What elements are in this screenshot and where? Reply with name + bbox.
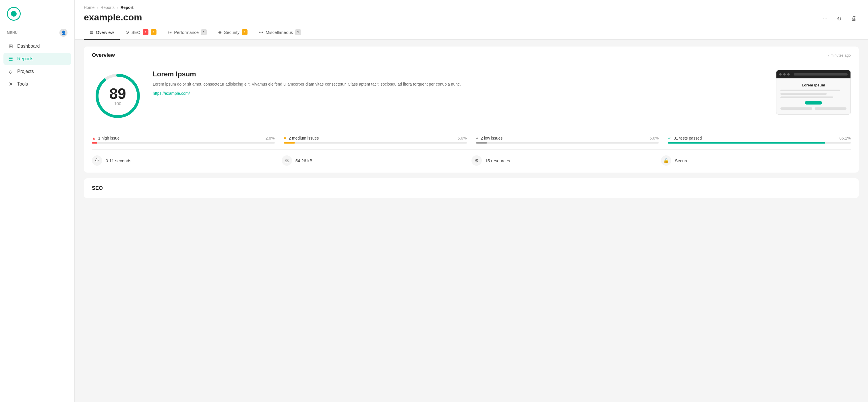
tab-security[interactable]: ◈ Security 1 (213, 25, 253, 40)
medium-issue-text: 2 medium issues (288, 136, 319, 141)
tab-overview-icon: ▤ (90, 30, 94, 35)
breadcrumb-current: Report (121, 5, 133, 10)
metric-secure: 🔒 Secure (661, 155, 851, 166)
thumb-line-2 (780, 93, 827, 95)
print-button[interactable]: 🖨 (848, 14, 859, 23)
metric-size: ⚖ 54.26 kB (282, 155, 471, 166)
metric-resources: ⚙ 15 resources (471, 155, 661, 166)
tab-misc-label: Miscellaneous (266, 30, 293, 35)
metric-time-value: 0.11 seconds (106, 158, 131, 163)
stat-high-issues: ▲ 1 high issue 2.8% (92, 136, 275, 144)
user-avatar[interactable]: 👤 (59, 29, 67, 37)
metric-resources-value: 15 resources (485, 158, 510, 163)
menu-label: MENU (7, 31, 18, 35)
overview-card: Overview 7 minutes ago 89 (84, 47, 859, 173)
stat-medium-bar (284, 142, 467, 144)
breadcrumb-reports[interactable]: Reports (100, 5, 115, 10)
tab-overview-label: Overview (96, 30, 114, 35)
stat-medium-bar-fill (284, 142, 295, 144)
sidebar-item-reports[interactable]: ☰ Reports (3, 53, 71, 65)
breadcrumb: Home › Reports › Report (84, 0, 859, 12)
thumb-cta-button (805, 101, 822, 104)
tabs-bar: ▤ Overview ⊙ SEO 1 1 ◎ Performance 1 ◈ S… (75, 25, 868, 40)
sidebar: MENU 👤 ⊞ Dashboard ☰ Reports ◇ Projects … (0, 0, 75, 402)
site-url[interactable]: https://example.com/ (153, 91, 190, 96)
passed-text: 31 tests passed (674, 136, 702, 141)
stat-low-issues: ● 2 low issues 5.6% (476, 136, 659, 144)
score-circle: 89 100 (92, 70, 144, 122)
overview-info: Lorem Ipsum Lorem ipsum dolor sit amet, … (153, 70, 767, 96)
low-issue-icon: ● (476, 136, 478, 141)
thumb-dot-2 (783, 73, 785, 75)
stat-medium-label: ■ 2 medium issues (284, 136, 319, 141)
time-icon: ⏱ (92, 155, 102, 166)
tab-overview[interactable]: ▤ Overview (84, 25, 120, 40)
stat-low-header: ● 2 low issues 5.6% (476, 136, 659, 141)
overview-card-title: Overview (92, 52, 115, 58)
refresh-button[interactable]: ↻ (834, 14, 844, 23)
thumb-line-3 (780, 96, 833, 98)
topbar: Home › Reports › Report example.com ··· … (75, 0, 868, 25)
stat-passed-bar-fill (668, 142, 825, 144)
stat-high-pct: 2.8% (266, 136, 275, 141)
thumb-dot-1 (779, 73, 782, 75)
breadcrumb-sep-2: › (117, 5, 118, 10)
stat-low-label: ● 2 low issues (476, 136, 503, 141)
stats-row: ▲ 1 high issue 2.8% ■ (92, 130, 851, 144)
stat-high-bar-fill (92, 142, 97, 144)
tab-security-label: Security (224, 30, 240, 35)
seo-section-title: SEO (92, 185, 851, 191)
stat-high-label: ▲ 1 high issue (92, 136, 120, 141)
low-issue-text: 2 low issues (480, 136, 502, 141)
tab-miscellaneous[interactable]: ⊶ Miscellaneous 1 (253, 25, 307, 40)
stat-passed-tests: ✓ 31 tests passed 86.1% (668, 136, 851, 144)
metric-secure-value: Secure (675, 158, 688, 163)
thumb-url-bar (794, 73, 847, 75)
thumb-lines-row (780, 107, 846, 110)
logo (0, 0, 74, 26)
reports-icon: ☰ (7, 56, 14, 62)
high-issue-icon: ▲ (92, 136, 96, 141)
secure-icon: 🔒 (661, 155, 671, 166)
overview-card-body: 89 100 Lorem Ipsum Lorem ipsum dolor sit… (84, 63, 859, 173)
sidebar-item-label: Reports (17, 56, 33, 61)
more-options-button[interactable]: ··· (820, 14, 830, 23)
metric-size-value: 54.26 kB (296, 158, 312, 163)
performance-badge: 1 (201, 29, 207, 35)
tab-seo[interactable]: ⊙ SEO 1 1 (120, 25, 162, 40)
stat-high-header: ▲ 1 high issue 2.8% (92, 136, 275, 141)
main-content: Home › Reports › Report example.com ··· … (75, 0, 868, 402)
sidebar-item-tools[interactable]: ✕ Tools (3, 78, 71, 90)
thumb-bottom-line-2 (815, 107, 846, 110)
breadcrumb-home[interactable]: Home (84, 5, 94, 10)
tab-security-icon: ◈ (218, 30, 222, 35)
content-area: Overview 7 minutes ago 89 (75, 40, 868, 205)
site-description: Lorem ipsum dolor sit amet, consectetur … (153, 81, 767, 87)
sidebar-item-dashboard[interactable]: ⊞ Dashboard (3, 40, 71, 52)
stat-low-bar-fill (476, 142, 487, 144)
sidebar-item-projects[interactable]: ◇ Projects (3, 65, 71, 78)
sidebar-item-label: Tools (17, 82, 28, 87)
security-badge: 1 (242, 29, 248, 35)
sidebar-item-label: Projects (17, 69, 34, 74)
sidebar-nav: ⊞ Dashboard ☰ Reports ◇ Projects ✕ Tools (0, 40, 74, 90)
metric-time: ⏱ 0.11 seconds (92, 155, 282, 166)
stat-passed-label: ✓ 31 tests passed (668, 136, 702, 141)
stat-medium-issues: ■ 2 medium issues 5.6% (284, 136, 467, 144)
tab-seo-label: SEO (131, 30, 141, 35)
stat-medium-pct: 5.6% (458, 136, 467, 141)
tab-misc-icon: ⊶ (259, 30, 263, 35)
metrics-row: ⏱ 0.11 seconds ⚖ 54.26 kB ⚙ 15 resources… (92, 149, 851, 166)
seo-badge-red: 1 (143, 29, 149, 35)
overview-card-time: 7 minutes ago (827, 53, 851, 57)
tab-performance[interactable]: ◎ Performance 1 (162, 25, 213, 40)
stat-passed-bar (668, 142, 851, 144)
stat-high-bar (92, 142, 275, 144)
resources-icon: ⚙ (471, 155, 482, 166)
page-title-row: example.com ··· ↻ 🖨 (84, 12, 859, 25)
stat-passed-header: ✓ 31 tests passed 86.1% (668, 136, 851, 141)
projects-icon: ◇ (7, 68, 14, 75)
topbar-actions: ··· ↻ 🖨 (820, 14, 859, 23)
thumb-bottom-line-1 (780, 107, 812, 110)
tools-icon: ✕ (7, 81, 14, 87)
